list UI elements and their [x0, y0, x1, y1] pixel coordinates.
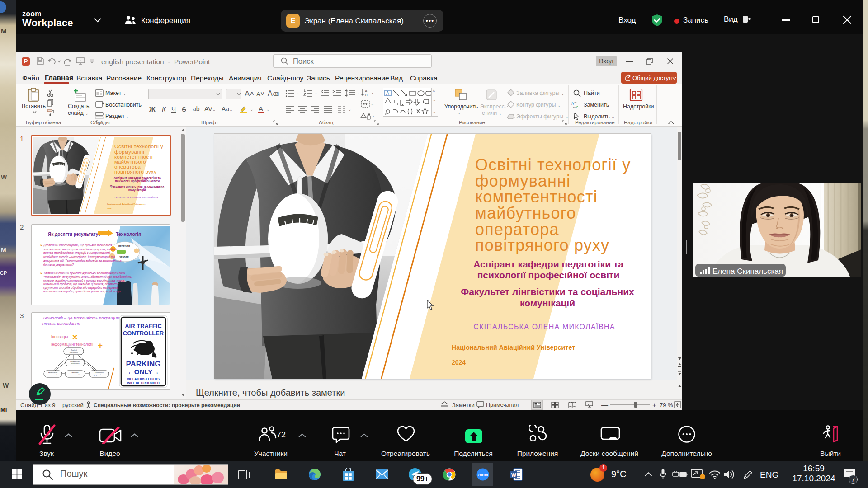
- svg-text:RECEIVER: RECEIVER: [118, 245, 130, 248]
- svg-text:Інформаційні технології: Інформаційні технології: [51, 342, 94, 347]
- svg-text:виготовлення виробів, проведен: виготовлення виробів, проведення різних …: [43, 290, 121, 293]
- svg-text:←ONLY→: ←ONLY→: [127, 368, 159, 375]
- svg-text:➤: ➤: [40, 272, 42, 275]
- svg-text:AIR TRAFFIC: AIR TRAFFIC: [125, 323, 162, 329]
- svg-text:WILL BE GROUNDED: WILL BE GROUNDED: [127, 381, 159, 385]
- svg-text:«технологія» як сукупність зна: «технологія» як сукупність знань, відомо…: [43, 275, 132, 279]
- svg-text:+: +: [98, 341, 103, 350]
- svg-text:Інновація: Інновація: [51, 334, 68, 339]
- svg-text:W: W: [511, 472, 517, 478]
- svg-text:➤: ➤: [40, 244, 42, 247]
- svg-text:Технологія: Технологія: [116, 231, 141, 237]
- svg-text:А: А: [365, 89, 368, 93]
- svg-text:алгоритмів дій. Технологія дає: алгоритмів дій. Технологія дає відповідь…: [43, 259, 122, 263]
- svg-text:технології: технології: [48, 374, 57, 376]
- svg-text:управління: управління: [94, 374, 104, 376]
- svg-text:якість викладання: якість викладання: [42, 321, 80, 326]
- svg-text:необхідних засобів – матеріалі: необхідних засобів – матеріалів, інструм…: [43, 255, 115, 259]
- svg-text:Дослідники стверджують, що бу: Дослідники стверджують, що будь-яка техн…: [43, 244, 113, 247]
- svg-text:окремих виробничих операцій у: окремих виробничих операцій у процесі ви…: [43, 279, 126, 282]
- svg-text:A: A: [386, 91, 389, 96]
- svg-text:Тлумачний словник сучасної укр: Тлумачний словник сучасної української м…: [43, 272, 125, 275]
- svg-text:Технології – це можливість пок: Технології – це можливість покращити: [42, 315, 123, 320]
- svg-text:✕: ✕: [72, 333, 78, 341]
- svg-text:Як досягти результату?: Як досягти результату?: [48, 232, 101, 237]
- svg-text:технології: технології: [71, 362, 80, 365]
- svg-text:SENDER: SENDER: [119, 256, 129, 258]
- svg-text:b: b: [571, 101, 574, 106]
- svg-text:zoom: zoom: [477, 473, 488, 477]
- svg-text:сукупність способів обробки аб: сукупність способів обробки або переробк…: [43, 286, 119, 290]
- svg-text:c: c: [576, 104, 578, 109]
- svg-text:певною послідовністю операцій: певною послідовністю операцій з використ…: [43, 251, 111, 255]
- svg-text:технології: технології: [71, 374, 80, 376]
- svg-text:CONTROLLER: CONTROLLER: [123, 330, 164, 337]
- svg-text:VIOLATORS FLIGHTS: VIOLATORS FLIGHTS: [127, 377, 160, 380]
- svg-text:PARKING: PARKING: [126, 360, 160, 368]
- svg-text:Я: Я: [365, 93, 368, 97]
- svg-text:навчальний предмет, що виклада: навчальний предмет, що викладає ці знанн…: [43, 282, 119, 286]
- svg-text:досягти результату?: досягти результату?: [43, 263, 74, 267]
- svg-text:залежить від мистецтва володін: залежить від мистецтва володіння процесо…: [43, 248, 117, 251]
- svg-text:технології: технології: [69, 351, 78, 353]
- svg-text:Елена Скипальская: Елена Скипальская: [712, 267, 783, 276]
